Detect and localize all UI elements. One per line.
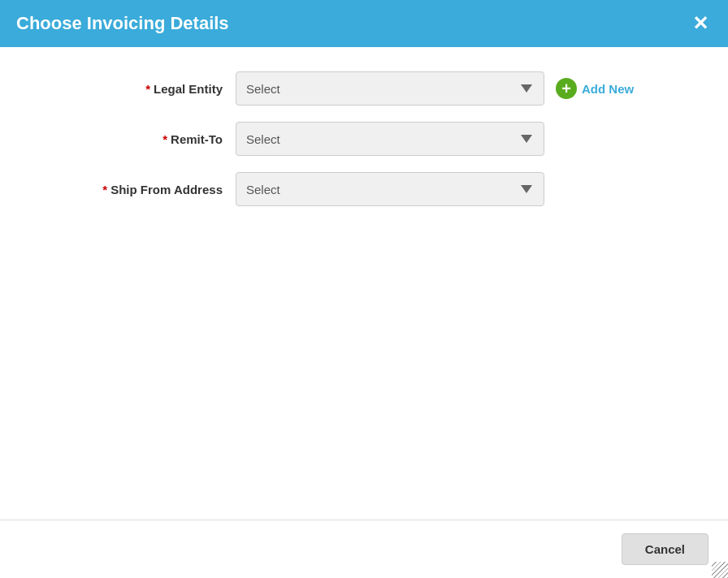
cancel-button[interactable]: Cancel (622, 533, 708, 565)
remit-to-required-star: * (162, 132, 167, 146)
ship-from-required-star: * (102, 183, 107, 196)
ship-from-address-select[interactable]: Select (236, 172, 544, 206)
remit-to-label: *Remit-To (32, 132, 236, 146)
legal-entity-select[interactable]: Select (236, 71, 544, 106)
remit-to-select[interactable]: Select (236, 122, 544, 156)
ship-from-address-row: *Ship From Address Select (32, 172, 696, 206)
add-icon: + (556, 78, 577, 99)
modal-dialog: Choose Invoicing Details ✕ *Legal Entity… (0, 0, 728, 578)
close-button[interactable]: ✕ (689, 14, 712, 33)
modal-footer: Cancel (0, 520, 728, 578)
resize-handle (712, 562, 728, 578)
remit-to-row: *Remit-To Select (32, 122, 696, 156)
legal-entity-row: *Legal Entity Select + Add New (32, 71, 696, 106)
add-new-label: Add New (582, 82, 634, 96)
modal-title: Choose Invoicing Details (16, 13, 229, 34)
modal-body: *Legal Entity Select + Add New *Remit-To… (0, 47, 728, 520)
legal-entity-required-star: * (145, 82, 150, 96)
legal-entity-label: *Legal Entity (32, 82, 236, 96)
modal-header: Choose Invoicing Details ✕ (0, 0, 728, 47)
add-new-button[interactable]: + Add New (556, 78, 634, 99)
ship-from-address-label: *Ship From Address (32, 183, 236, 196)
